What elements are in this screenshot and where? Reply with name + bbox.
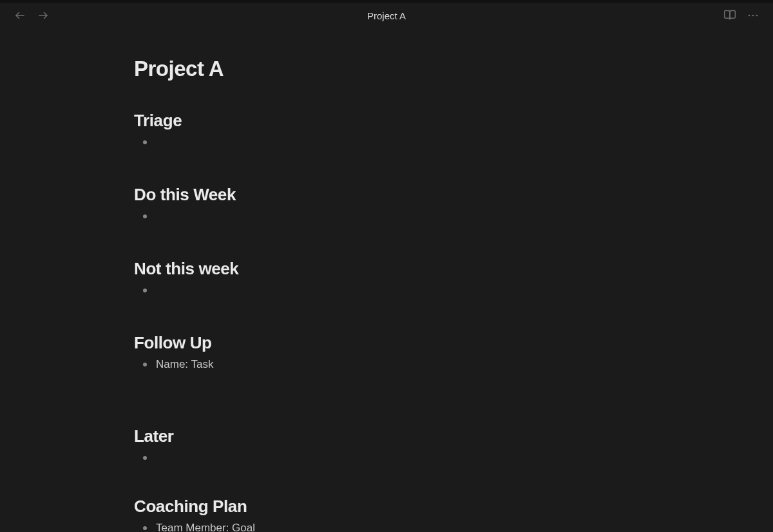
bullet-list <box>134 283 636 297</box>
section-heading: Triage <box>134 111 636 131</box>
forward-button[interactable] <box>36 8 50 23</box>
list-item[interactable] <box>143 283 636 297</box>
window-title: Project A <box>0 10 773 21</box>
reader-mode-button[interactable] <box>723 8 737 23</box>
svg-point-3 <box>752 15 754 17</box>
section-triage: Triage <box>134 111 636 149</box>
back-button[interactable] <box>13 8 27 23</box>
document-content[interactable]: Project A Triage Do this Week Not this w… <box>134 31 636 532</box>
arrow-left-icon <box>14 10 26 21</box>
toolbar-left <box>13 8 50 23</box>
section-later: Later <box>134 426 636 464</box>
section-follow-up: Follow Up Name: Task <box>134 333 636 372</box>
bullet-list <box>134 135 636 149</box>
page-title: Project A <box>134 57 636 81</box>
book-open-icon <box>723 9 736 22</box>
section-heading: Follow Up <box>134 333 636 353</box>
svg-point-2 <box>749 15 750 17</box>
toolbar-right <box>723 8 760 23</box>
section-heading: Do this Week <box>134 185 636 205</box>
arrow-right-icon <box>37 10 49 21</box>
list-item[interactable]: Team Member: Goal <box>143 520 636 532</box>
bullet-list: Name: Task <box>134 357 636 372</box>
section-heading: Not this week <box>134 259 636 279</box>
bullet-list: Team Member: Goal <box>134 520 636 532</box>
section-heading: Later <box>134 426 636 446</box>
more-horizontal-icon <box>747 9 759 22</box>
section-coaching-plan: Coaching Plan Team Member: Goal <box>134 497 636 532</box>
more-button[interactable] <box>746 8 760 23</box>
toolbar: Project A <box>0 0 773 31</box>
section-heading: Coaching Plan <box>134 497 636 517</box>
bullet-list <box>134 450 636 464</box>
section-do-this-week: Do this Week <box>134 185 636 223</box>
list-item[interactable] <box>143 135 636 149</box>
bullet-list <box>134 209 636 223</box>
list-item[interactable] <box>143 450 636 464</box>
list-item-text: Name: Task <box>156 358 213 370</box>
section-not-this-week: Not this week <box>134 259 636 297</box>
list-item-text: Team Member: Goal <box>156 522 255 532</box>
list-item[interactable] <box>143 209 636 223</box>
svg-point-4 <box>756 15 758 17</box>
list-item[interactable]: Name: Task <box>143 357 636 372</box>
